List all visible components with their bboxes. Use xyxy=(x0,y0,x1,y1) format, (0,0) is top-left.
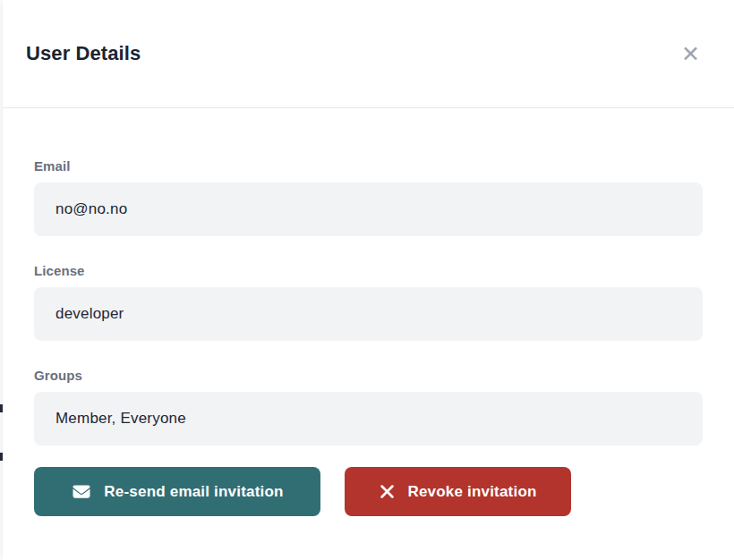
field-group-license: License developer xyxy=(34,263,703,341)
modal-body: Email no@no.no License developer Groups … xyxy=(3,108,734,516)
field-group-groups: Groups Member, Everyone xyxy=(34,368,703,445)
envelope-icon xyxy=(71,483,92,500)
user-details-modal: User Details ✕ Email no@no.no License de… xyxy=(3,0,734,560)
email-label: Email xyxy=(34,158,703,174)
email-field: no@no.no xyxy=(34,182,703,236)
modal-title: User Details xyxy=(26,42,141,65)
resend-email-invitation-button[interactable]: Re-send email invitation xyxy=(34,467,320,516)
field-group-email: Email no@no.no xyxy=(34,158,703,236)
groups-field: Member, Everyone xyxy=(34,392,703,445)
license-label: License xyxy=(34,263,703,278)
modal-header: User Details ✕ xyxy=(3,0,734,108)
revoke-button-label: Revoke invitation xyxy=(407,483,536,501)
modal-actions: Re-send email invitation Revoke invitati… xyxy=(34,467,703,516)
license-field: developer xyxy=(34,287,703,341)
page-background: User Details ✕ Email no@no.no License de… xyxy=(0,0,734,560)
x-icon xyxy=(379,483,396,500)
groups-label: Groups xyxy=(34,368,703,383)
revoke-invitation-button[interactable]: Revoke invitation xyxy=(345,467,571,516)
close-icon[interactable]: ✕ xyxy=(674,39,707,69)
resend-button-label: Re-send email invitation xyxy=(104,483,283,501)
